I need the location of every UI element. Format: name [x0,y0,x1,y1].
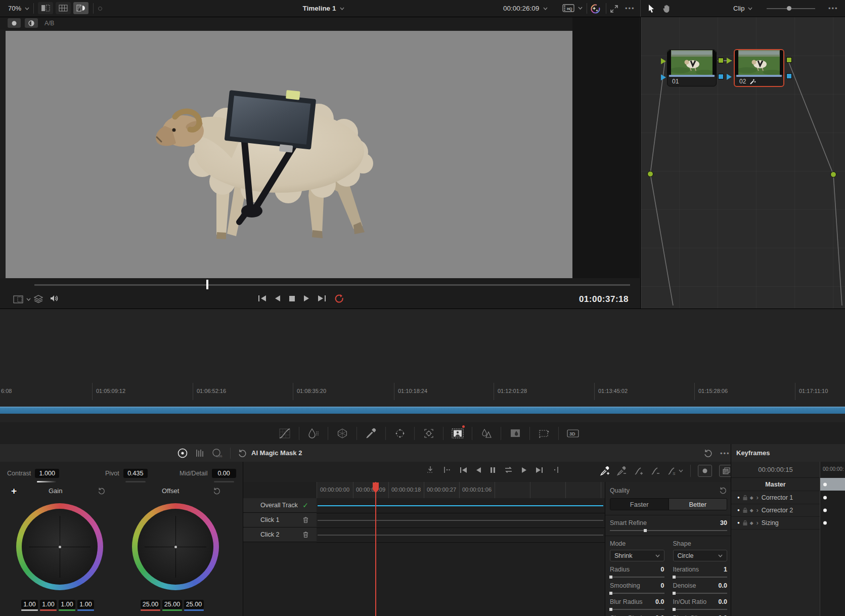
keyframe-diamond-icon[interactable]: ◆ [750,508,753,513]
sizing-row[interactable]: ● ◆ › Sizing [731,516,820,530]
slider-knob[interactable] [609,576,612,579]
brush-add-tool[interactable] [634,466,643,476]
qualifier-palette-button[interactable] [360,422,383,444]
stop-button[interactable] [289,295,295,302]
corrector-1-row[interactable]: ● ◆ › Corrector 1 [731,491,820,504]
node-02-rgb-output-port[interactable] [786,57,792,63]
offset-color-wheel[interactable] [132,503,219,590]
master-row[interactable]: Master [731,478,820,491]
key-palette-button[interactable] [504,422,527,444]
offset-r-value[interactable]: 25.00 [141,600,160,611]
denoise-value[interactable]: 0.0 [719,582,727,589]
keyframe-dot[interactable] [823,496,827,499]
slider-knob[interactable] [609,592,612,595]
smoothing-value[interactable]: 0 [661,582,664,589]
track-back-button[interactable] [476,467,481,473]
click-2-keyframe-line[interactable] [318,535,603,536]
loop-playback-button[interactable] [334,294,344,303]
smoothing-slider[interactable] [610,593,664,594]
node-graph[interactable]: 01 02 [640,17,845,309]
inout-ratio-value[interactable]: 0.0 [719,598,727,605]
gain-color-wheel[interactable] [16,503,103,590]
enable-dot-icon[interactable]: ● [737,495,740,500]
play-button[interactable] [303,295,309,302]
slider-knob[interactable] [673,608,676,611]
ab-compare-label[interactable]: A/B [45,20,54,27]
smart-refine-slider[interactable] [610,530,727,531]
track-out-button[interactable] [552,466,560,473]
node-02-selected[interactable]: 02 [734,49,784,87]
node-options-menu[interactable]: ••• [828,5,838,12]
grade-mode-dropdown[interactable]: Clip [733,0,752,17]
mid-detail-mini-slider[interactable] [214,481,234,482]
sizing-lane[interactable] [820,516,845,529]
mask-overlay-toggle[interactable] [698,465,712,477]
slider-knob[interactable] [787,6,791,11]
goto-end-button[interactable] [318,295,326,302]
mask-ruler[interactable]: 00:00:00:00 00:00:00:09 00:00:00:18 00:0… [317,482,605,499]
enable-dot-icon[interactable]: ● [737,520,740,525]
viewer-scrub-bar[interactable] [34,284,630,286]
expand-chevron-icon[interactable]: › [757,507,759,514]
offset-b-value[interactable]: 25.00 [184,600,204,611]
node-01-rgb-output-port[interactable] [718,58,724,63]
overall-track-row[interactable]: Overall Track ✓ [243,498,317,513]
corrector-1-lane[interactable] [820,491,845,504]
wheel-center-dot[interactable] [174,546,177,548]
wheel-center-dot[interactable] [59,546,61,548]
contrast-mini-slider[interactable] [37,481,57,482]
curves-palette-button[interactable] [273,422,296,444]
gain-y-value[interactable]: 1.00 [21,600,38,611]
node-02-rgb-input-port[interactable] [727,58,732,64]
offset-g-value[interactable]: 25.00 [162,600,182,611]
contrast-control[interactable]: Contrast 1.000 [7,469,59,478]
delete-track-button[interactable] [303,532,308,538]
keyframe-diamond-icon[interactable]: ◆ [750,520,753,525]
shape-dropdown[interactable]: Circle [673,550,728,561]
click-1-row[interactable]: Click 1 [243,513,317,527]
mask-playhead-handle[interactable] [372,482,380,494]
pointer-tool-button[interactable] [645,3,657,15]
keyframe-dot[interactable] [823,508,827,512]
hue-wheel-palette-button[interactable] [331,422,354,444]
keyframe-dot[interactable] [823,521,827,524]
keyframe-diamond-icon[interactable]: ◆ [750,495,753,500]
source-timecode-dropdown[interactable]: 00:00:26:09 [503,0,548,17]
expand-chevron-icon[interactable]: › [757,519,759,526]
layers-button[interactable] [33,294,43,303]
track-to-start-button[interactable] [460,467,467,473]
corrector-2-lane[interactable] [820,504,845,516]
color-warper-palette-button[interactable] [302,422,325,444]
magic-mask-palette-button[interactable] [446,422,469,444]
log-wheels-tab[interactable]: LOG [211,448,224,459]
node-zoom-slider[interactable] [767,8,815,9]
denoise-slider[interactable] [673,593,728,594]
quality-reset-button[interactable] [719,486,727,495]
ai-enhance-button[interactable] [590,3,601,14]
split-screen-button[interactable] [38,2,53,14]
brush-subtract-tool[interactable] [650,466,660,476]
slider-knob[interactable] [609,608,612,611]
pivot-value[interactable]: 0.435 [123,469,148,478]
node-01[interactable]: 01 [667,50,717,86]
viewer-zoom-dropdown[interactable]: 70% [5,3,32,14]
node-02-key-input-port[interactable] [727,74,732,80]
viewer-canvas[interactable] [6,31,572,278]
wipe-compare-button[interactable] [73,2,88,14]
bypass-grades-button[interactable] [8,18,21,28]
mask-options-menu[interactable]: ••• [720,450,730,457]
expand-viewer-button[interactable] [609,4,619,14]
node-02-key-output-port[interactable] [786,73,792,79]
picker-subtract-tool[interactable] [617,466,627,476]
viewer-options-menu[interactable]: ••• [625,5,635,12]
slider-knob[interactable] [673,576,676,579]
timeline-selector[interactable]: Timeline 1 [283,0,364,17]
proxy-quality-dropdown[interactable]: HQ [562,4,583,13]
gain-r-value[interactable]: 1.00 [40,600,57,611]
click-1-keyframe-line[interactable] [318,520,603,521]
pivot-control[interactable]: Pivot 0.435 [105,469,148,478]
blur-radius-value[interactable]: 0.0 [655,598,664,605]
lock-icon[interactable] [742,520,748,526]
keyframe-dot[interactable] [823,482,827,486]
stroke-size-dropdown[interactable]: S [667,466,683,476]
